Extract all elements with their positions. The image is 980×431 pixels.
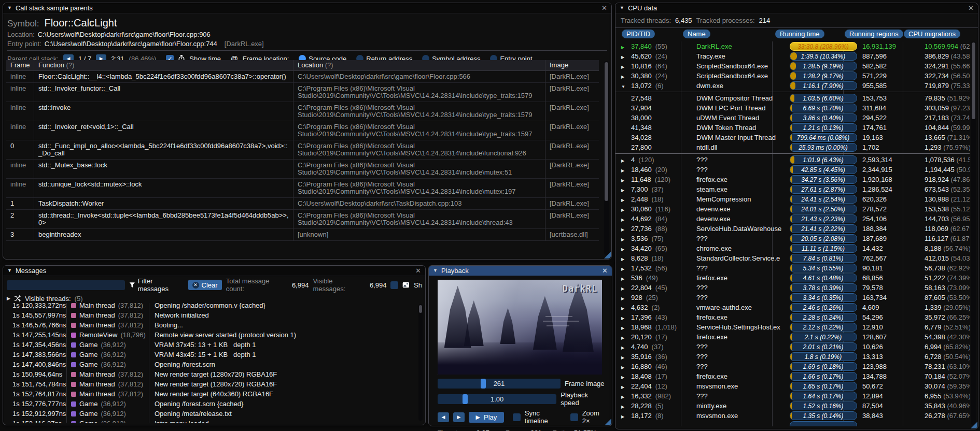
close-icon[interactable]: ✕ [415, 267, 421, 274]
message-row[interactable]: 1s 151,754,784nsMain thread(37,812)New r… [6, 379, 414, 389]
cpu-row[interactable]: ▶18,408(17)firefox.exe1.66 s (0.17%)134,… [615, 371, 970, 381]
callstack-table-row[interactable]: inlinestd::_Mutex_base::lockC:\Program F… [6, 160, 599, 179]
expand-arrow-icon[interactable]: ▶ [621, 198, 624, 203]
col-name[interactable]: Name [683, 30, 710, 38]
show-images-checkbox[interactable] [390, 281, 398, 289]
col-cpu-migrations[interactable]: CPU migrations [904, 30, 960, 38]
expand-arrow-icon[interactable]: ▶ [621, 45, 624, 50]
slider-grab[interactable] [481, 379, 486, 389]
callstack-table-row[interactable]: 0std::_Func_impl_no_alloc<<lambda_5bc224… [6, 140, 599, 160]
cpu-row[interactable]: ▶10,816(64)ScriptedSandbox64.exe1:28.5 (… [615, 61, 970, 71]
callstack-table-row[interactable]: 1TaskDispatch::WorkerC:\Users\wolf\Deskt… [6, 198, 599, 210]
cpu-row[interactable]: ▶4,740(37)???2.01 s (0.21%)10,6266,994 (… [615, 342, 970, 352]
message-row[interactable]: 1s 152,764,817nsMain thread(37,812)New r… [6, 389, 414, 399]
cpu-row[interactable]: ▶17,396(43)firefox.exe2.28 s (0.24%)54,2… [615, 312, 970, 322]
expand-arrow-icon[interactable]: ▶ [621, 178, 624, 183]
cpu-row[interactable]: ▶45,620(24)Tracy.exe1:39.5 (10.34%)887,5… [615, 51, 970, 61]
callstack-table-row[interactable]: inlineFloor::CalcLight::__l4::<lambda_5b… [6, 71, 599, 83]
cpu-row[interactable]: ▶16,332(982)???1.64 s (0.17%)12,8946,955… [615, 391, 970, 401]
cpu-row[interactable]: 38,000uDWM Event Thread3.86 s (0.40%)294… [615, 113, 970, 123]
cpu-row[interactable]: ▶4(120)???1:01.9 (6.43%)2,593,3141,078,5… [615, 155, 970, 165]
message-row[interactable]: 1s 147,255,145nsRemoteView(18,796)Remote… [6, 330, 414, 340]
col-running-time[interactable]: Running time [775, 30, 824, 38]
cpu-row[interactable]: ▶16,880(46)???1.69 s (0.18%)123,98878,23… [615, 362, 970, 371]
message-row[interactable]: 1s 152,776,777nsGame(36,912)Opening /for… [6, 399, 414, 409]
expand-arrow-icon[interactable]: ▶ [621, 277, 624, 281]
cpu-row[interactable]: ▶536(49)firefox.exe4.61 s (0.48%)68,8565… [615, 273, 970, 283]
expand-arrow-icon[interactable]: ▶ [621, 188, 624, 193]
cpu-row[interactable]: 34,028DWM Master Input Thread799.64 ms (… [615, 133, 970, 142]
cpu-row[interactable]: ▶44,692(84)devenv.exe21.43 s (2.23%)254,… [615, 214, 970, 224]
close-icon[interactable]: ✕ [601, 5, 607, 11]
col-pid-tid[interactable]: PID/TID [622, 30, 655, 38]
expand-arrow-icon[interactable]: ▶ [621, 227, 624, 232]
expand-arrow-icon[interactable]: ▶ [621, 355, 624, 360]
expand-arrow-icon[interactable]: ▶ [621, 346, 624, 350]
cpu-row[interactable]: 41,348DWM Token Thread1.21 s (0.13%)174,… [615, 123, 970, 133]
message-row[interactable]: 1s 147,354,456nsGame(36,912)VRAM 37x45: … [6, 340, 414, 350]
cpu-row[interactable]: ▶3,536(75)???20.05 s (2.08%)187,689116,1… [615, 234, 970, 243]
callstack-table-row[interactable]: inlinestd::unique_lock<std::mutex>::lock… [6, 179, 599, 198]
expand-arrow-icon[interactable]: ▶ [621, 405, 624, 409]
cpu-row[interactable]: ▶22,404(12)msvsmon.exe1.65 s (0.17%)50,6… [615, 381, 970, 391]
callstack-scrollbar[interactable] [604, 61, 609, 255]
scrollbar-thumb[interactable] [605, 62, 608, 201]
cpu-row[interactable]: ▶20,120(17)firefox.exe2.1 s (0.22%)128,6… [615, 332, 970, 342]
col-frame[interactable]: Frame [6, 60, 34, 71]
cpu-row[interactable]: ▶37,840(55)DarkRL.exe33:30.8 (208.96%)16… [615, 41, 970, 51]
message-row[interactable]: 1s 146,576,766nsMain thread(37,812)Booti… [6, 320, 414, 330]
callstack-table-row[interactable]: 2std::thread::_Invoke<std::tuple<<lambda… [6, 210, 599, 229]
callstack-table-row[interactable]: inlinestd::_Invoker_functor::_CallC:\Pro… [6, 83, 599, 102]
expand-arrow-icon[interactable]: ▶ [621, 326, 624, 331]
collapse-arrow-icon[interactable]: ▼ [621, 84, 625, 89]
clear-button[interactable]: ✕ Clear [188, 280, 222, 290]
messages-scrollbar[interactable] [418, 304, 423, 421]
expand-arrow-icon[interactable]: ▶ [621, 375, 624, 380]
cpu-row[interactable]: ▼13,072(6)dwm.exe1:16.1 (7.90%)955,58571… [615, 81, 970, 91]
cpu-row[interactable]: ▶11,648(120)firefox.exe34.27 s (3.56%)1,… [615, 175, 970, 184]
expand-arrow-icon[interactable]: ▶ [621, 296, 624, 301]
expand-arrow-icon[interactable]: ▶ [621, 365, 624, 370]
expand-arrow-icon[interactable]: ▶ [621, 247, 624, 252]
cpu-row[interactable]: 37,904DWM LPC Port Thread6.69 s (0.70%)3… [615, 103, 970, 113]
scrollbar-thumb[interactable] [972, 42, 975, 119]
slider-grab[interactable] [463, 394, 468, 404]
cpu-scrollbar[interactable] [971, 41, 976, 425]
expand-arrow-icon[interactable]: ▶ [621, 316, 624, 321]
cpu-row[interactable]: ▶27,736(88)ServiceHub.DataWarehouse21.41… [615, 224, 970, 234]
message-row[interactable]: 1s 152,912,997nsGame(36,912)Opening /met… [6, 409, 414, 419]
expand-arrow-icon[interactable]: ▶ [621, 208, 624, 212]
cpu-row[interactable]: ▶4,632(2)vmware-authd.exe2.46 s (0.26%)4… [615, 303, 970, 312]
cpu-row[interactable]: 27,548DWM Compositor Thread1:03.5 (6.60%… [615, 93, 970, 103]
cpu-row[interactable]: ▶18,172(8)msvsmon.exe1.35 s (0.14%)38,84… [615, 411, 970, 421]
message-row[interactable]: 1s 153,116,37nsGame(36,912)Intro menu lo… [6, 419, 414, 423]
expand-arrow-icon[interactable]: ▶ [621, 414, 624, 419]
cpu-row[interactable]: ▶22,804(45)???3.78 s (0.39%)79,57858,163… [615, 283, 970, 293]
play-button[interactable]: ▶ Play [469, 412, 504, 423]
expand-arrow-icon[interactable]: ▶ [621, 237, 624, 242]
col-function[interactable]: Function (?) [34, 60, 293, 71]
expand-arrow-icon[interactable]: ▶ [621, 159, 624, 163]
message-row[interactable]: 1s 150,994,64nsMain thread(37,812)New re… [6, 369, 414, 379]
expand-arrow-icon[interactable]: ▶ [621, 55, 624, 60]
playback-speed-slider[interactable]: 1.00 [438, 394, 556, 404]
cpu-row[interactable]: ▶7,300(37)steam.exe27.61 s (2.87%)1,286,… [615, 184, 970, 194]
expand-arrow-icon[interactable]: ▶ [621, 286, 624, 291]
step-forward-button[interactable]: ▶ [453, 412, 465, 422]
expand-arrow-icon[interactable]: ▶ [621, 306, 624, 311]
callstack-table-row[interactable]: inlinestd::_Invoker_ret<void,1>::_CallC:… [6, 121, 599, 140]
col-image[interactable]: Image [545, 60, 599, 71]
cpu-row[interactable]: ▶17,532(56)???5.34 s (0.55%)90,18156,738… [615, 263, 970, 273]
collapse-icon[interactable]: ▼ [7, 268, 12, 273]
collapse-icon[interactable]: ▼ [7, 6, 12, 10]
filter-input[interactable] [7, 280, 125, 290]
cpu-row[interactable]: ▶18,968(1,018)ServiceHub.SettingsHost.ex… [615, 322, 970, 332]
sync-timeline-checkbox[interactable] [513, 413, 521, 421]
cpu-row[interactable]: ▶8,628(18)StandardCollector.Service.e7.8… [615, 253, 970, 263]
cpu-row[interactable]: ▶35,916(36)???1.8 s (0.19%)13,3136,728 (… [615, 352, 970, 362]
message-row[interactable]: 1s 147,383,566nsGame(36,912)VRAM 43x45: … [6, 350, 414, 360]
expand-arrow-icon[interactable]: ▶ [621, 65, 624, 69]
col-location[interactable]: Location (?) [293, 60, 545, 71]
cpu-row[interactable]: ▶928(25)???3.34 s (0.35%)163,73487,605 (… [615, 293, 970, 303]
cpu-row[interactable]: ▶2,448(18)MemCompression24.41 s (2.54%)6… [615, 194, 970, 204]
